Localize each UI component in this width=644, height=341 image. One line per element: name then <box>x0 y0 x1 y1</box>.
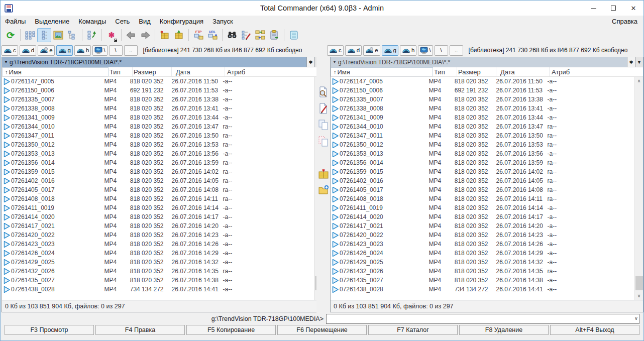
edit-button[interactable] <box>317 102 330 115</box>
fkey-button-alt-f4[interactable]: Alt+F4 Выход <box>550 325 639 335</box>
ftp-connect-icon[interactable]: FTP <box>191 28 205 42</box>
menu-item[interactable]: Запуск <box>208 17 238 26</box>
refresh-icon[interactable]: ⟳ <box>4 28 18 42</box>
file-row[interactable]: 07261356_0014MP4818 020 35226.07.2016 13… <box>2 158 314 167</box>
notes-icon[interactable] <box>287 28 301 42</box>
file-row[interactable]: 07261411_0019MP4818 020 35226.07.2016 14… <box>331 203 634 212</box>
thumbnails-view-icon[interactable] <box>51 28 65 42</box>
file-row[interactable]: 07261344_0010MP4818 020 35226.07.2016 13… <box>331 122 634 131</box>
file-row[interactable]: 07261435_0027MP4818 020 35226.07.2016 14… <box>331 276 634 285</box>
header-attr[interactable]: Атриб <box>550 67 643 76</box>
fkey-button-f4[interactable]: F4 Правка <box>95 325 185 335</box>
new-folder-button[interactable] <box>317 184 330 196</box>
file-row[interactable]: 07261405_0017MP4818 020 35226.07.2016 14… <box>2 185 314 194</box>
file-row[interactable]: 07261420_0022MP4818 020 35226.07.2016 14… <box>331 231 634 240</box>
network-drive-button[interactable]: \ <box>92 45 107 56</box>
file-row[interactable]: 07261426_0024MP4818 020 35226.07.2016 14… <box>331 249 634 258</box>
drive-button-e[interactable]: e <box>363 45 380 56</box>
header-size[interactable]: Размер <box>133 67 172 76</box>
drive-button-c[interactable]: c <box>327 45 344 56</box>
filter-button[interactable]: ✱ <box>627 57 635 67</box>
network-drive-button[interactable]: \ <box>418 45 433 56</box>
file-row[interactable]: 07261338_0008MP4818 020 35226.07.2016 13… <box>2 104 314 113</box>
file-row[interactable]: 07261147_0005MP4818 020 35226.07.2016 11… <box>331 77 634 86</box>
file-row[interactable]: 07261341_0009MP4818 020 35226.07.2016 13… <box>2 113 314 122</box>
file-row[interactable]: 07261150_0006MP4692 191 23226.07.2016 11… <box>2 86 314 95</box>
search-icon[interactable] <box>225 28 239 42</box>
command-input[interactable] <box>326 314 639 324</box>
tree-view-icon[interactable] <box>65 28 79 42</box>
file-row[interactable]: 07261335_0007MP4818 020 35226.07.2016 13… <box>331 95 634 104</box>
file-row[interactable]: 07261356_0014MP4818 020 35226.07.2016 13… <box>331 158 634 167</box>
drive-button-c[interactable]: c <box>2 45 18 56</box>
root-button[interactable]: \ <box>435 45 448 56</box>
file-row[interactable]: 07261438_0028MP4734 134 27226.07.2016 14… <box>2 285 314 294</box>
file-row[interactable]: 07261417_0021MP4818 020 35226.07.2016 14… <box>331 221 634 231</box>
fkey-button-f8[interactable]: F8 Удаление <box>459 325 549 335</box>
sync-dirs-icon[interactable] <box>253 28 267 42</box>
fkey-button-f3[interactable]: F3 Просмотр <box>5 325 94 335</box>
file-row[interactable]: 07261435_0027MP4818 020 35226.07.2016 14… <box>2 276 314 285</box>
drive-button-g[interactable]: g <box>382 45 398 56</box>
back-icon[interactable] <box>124 28 138 42</box>
menu-item[interactable]: Выделение <box>30 17 74 26</box>
pack-button[interactable]: ✱ <box>317 168 330 180</box>
file-row[interactable]: 07261423_0023MP4818 020 35226.07.2016 14… <box>2 240 314 249</box>
menu-item[interactable]: Сеть <box>111 17 134 26</box>
filter-button[interactable]: ✱ <box>306 57 314 67</box>
fkey-button-f6[interactable]: F6 Перемещение <box>277 325 367 335</box>
file-row[interactable]: 07261344_0010MP4818 020 35226.07.2016 13… <box>2 122 314 131</box>
file-row[interactable]: 07261350_0012MP4818 020 35226.07.2016 13… <box>331 140 634 149</box>
menu-item[interactable]: Файлы <box>1 17 30 26</box>
header-name[interactable]: ↑Имя <box>2 67 109 76</box>
drive-button-d[interactable]: d <box>345 45 362 56</box>
file-row[interactable]: 07261347_0011MP4818 020 35226.07.2016 13… <box>331 131 634 140</box>
file-row[interactable]: 07261402_0016MP4818 020 35226.07.2016 14… <box>331 176 634 185</box>
menu-item-help[interactable]: Справка <box>606 17 643 26</box>
file-row[interactable]: 07261408_0018MP4818 020 35226.07.2016 14… <box>331 194 634 203</box>
scroll-down-icon[interactable]: ∨ <box>635 292 643 300</box>
file-row[interactable]: 07261353_0013MP4818 020 35226.07.2016 13… <box>2 149 314 158</box>
file-row[interactable]: 07261359_0015MP4818 020 35226.07.2016 14… <box>2 167 314 176</box>
fkey-button-f7[interactable]: F7 Каталог <box>368 325 458 335</box>
file-row[interactable]: 07261405_0017MP4818 020 35226.07.2016 14… <box>331 185 634 194</box>
file-row[interactable]: 07261423_0023MP4818 020 35226.07.2016 14… <box>331 240 634 249</box>
pack-icon[interactable] <box>172 28 186 42</box>
file-row[interactable]: 07261411_0019MP4818 020 35226.07.2016 14… <box>2 203 314 212</box>
header-type[interactable]: Тип <box>433 67 457 76</box>
file-row[interactable]: 07261347_0011MP4818 020 35226.07.2016 13… <box>2 131 314 140</box>
scroll-up-icon[interactable]: ∧ <box>635 77 643 85</box>
header-date[interactable]: Дата <box>496 67 550 76</box>
file-row[interactable]: 07261338_0008MP4818 020 35226.07.2016 13… <box>331 104 634 113</box>
drive-button-h[interactable]: h <box>74 45 91 56</box>
drive-button-e[interactable]: e <box>38 45 54 56</box>
header-size[interactable]: Размер <box>457 67 496 76</box>
file-row[interactable]: 07261429_0025MP4818 020 35226.07.2016 14… <box>331 258 634 267</box>
multi-rename-icon[interactable] <box>239 28 253 42</box>
file-row[interactable]: 07261150_0006MP4692 191 23226.07.2016 11… <box>331 86 634 95</box>
vertical-scrollbar[interactable]: ∧ ∨ <box>634 77 643 300</box>
full-view-icon[interactable] <box>37 28 51 42</box>
file-row[interactable]: 07261432_0026MP4818 020 35226.07.2016 14… <box>331 267 634 276</box>
header-type[interactable]: Тип <box>109 67 133 76</box>
file-row[interactable]: 07261402_0016MP4818 020 35226.07.2016 14… <box>2 176 314 185</box>
file-row[interactable]: 07261408_0018MP4818 020 35226.07.2016 14… <box>2 194 314 203</box>
file-row[interactable]: 07261429_0025MP4818 020 35226.07.2016 14… <box>2 258 314 267</box>
drive-button-h[interactable]: h <box>400 45 416 56</box>
file-row[interactable]: 07261335_0007MP4818 020 35226.07.2016 13… <box>2 95 314 104</box>
view-button[interactable] <box>317 86 330 98</box>
file-row[interactable]: 07261426_0024MP4818 020 35226.07.2016 14… <box>2 249 314 258</box>
file-row[interactable]: 07261353_0013MP4818 020 35226.07.2016 13… <box>331 149 634 158</box>
file-row[interactable]: 07261417_0021MP4818 020 35226.07.2016 14… <box>2 221 314 231</box>
maximize-button[interactable] <box>603 1 623 16</box>
drive-button-g[interactable]: g <box>56 45 73 56</box>
file-row[interactable]: 07261147_0005MP4818 020 35226.07.2016 11… <box>2 77 314 86</box>
path-history-button[interactable]: ▼ <box>635 57 643 67</box>
copy-button[interactable] <box>317 119 330 131</box>
command-history-dropdown-icon[interactable]: ∨ <box>634 315 638 321</box>
file-row[interactable]: 07261414_0020MP4818 020 35226.07.2016 14… <box>331 212 634 221</box>
minimize-button[interactable] <box>583 1 603 16</box>
favorites-star-icon[interactable]: ✱ <box>104 28 119 42</box>
header-date[interactable]: Дата <box>172 67 225 76</box>
clipboard-icon[interactable] <box>267 28 281 42</box>
